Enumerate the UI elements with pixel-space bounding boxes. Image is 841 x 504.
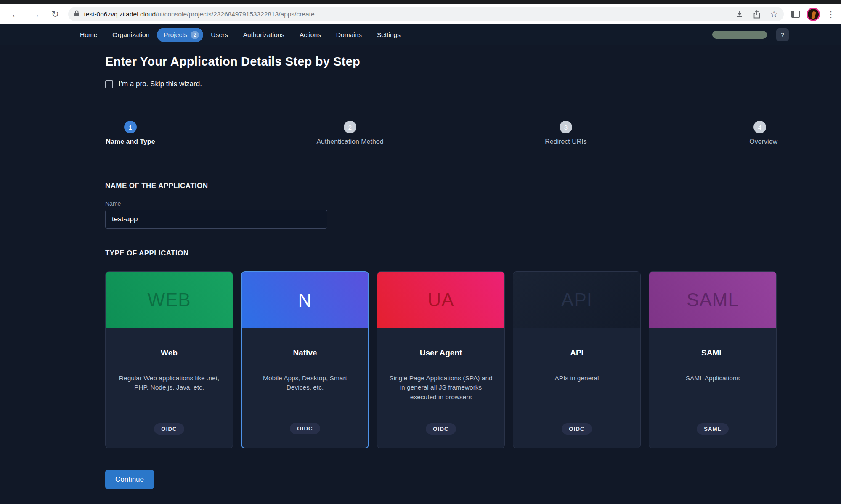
step-2-label: Authentication Method — [316, 138, 383, 146]
app-name-input[interactable] — [105, 210, 327, 229]
step-connector — [360, 127, 556, 127]
reload-icon[interactable]: ↻ — [51, 10, 59, 19]
skip-wizard-row: I'm a pro. Skip this wizard. — [105, 79, 841, 89]
name-field-label: Name — [105, 200, 841, 207]
nav-users[interactable]: Users — [203, 28, 235, 42]
step-1-circle[interactable]: 1 — [124, 121, 137, 133]
nav-projects[interactable]: Projects 2 — [157, 28, 203, 42]
org-switcher-pill[interactable] — [712, 31, 767, 39]
type-section-heading: TYPE OF APPLICATION — [105, 249, 841, 257]
bookmark-star-icon[interactable]: ☆ — [770, 10, 778, 19]
nav-authorizations[interactable]: Authorizations — [236, 28, 292, 42]
card-api[interactable]: API API APIs in general OIDC — [513, 271, 641, 448]
card-api-desc: APIs in general — [544, 374, 609, 383]
card-api-banner: API — [513, 272, 640, 328]
url-text: test-0o6zvq.zitadel.cloud/ui/console/pro… — [84, 11, 730, 18]
card-saml-title: SAML — [701, 348, 724, 358]
card-saml-banner: SAML — [649, 272, 776, 328]
card-native-protocol-badge: OIDC — [290, 423, 320, 434]
card-user-agent[interactable]: UA User Agent Single Page Applications (… — [377, 271, 505, 448]
help-button[interactable]: ? — [776, 28, 789, 41]
step-4-circle[interactable]: 4 — [753, 121, 766, 133]
share-icon[interactable] — [753, 10, 761, 19]
card-user-agent-protocol-badge: OIDC — [426, 423, 456, 435]
card-web-desc: Regular Web applications like .net, PHP,… — [106, 374, 233, 393]
projects-count-badge: 2 — [191, 31, 199, 39]
browser-toolbar: ← → ↻ test-0o6zvq.zitadel.cloud/ui/conso… — [0, 4, 841, 24]
card-saml[interactable]: SAML SAML SAML Applications SAML — [649, 271, 777, 448]
card-web-title: Web — [161, 348, 178, 358]
card-api-title: API — [570, 348, 584, 358]
card-user-agent-title: User Agent — [420, 348, 462, 358]
nav-organization[interactable]: Organization — [105, 28, 157, 42]
nav-settings[interactable]: Settings — [369, 28, 408, 42]
zitadel-nav: Home Organization Projects 2 Users Autho… — [0, 24, 841, 45]
step-3-circle[interactable]: 3 — [560, 121, 572, 133]
browser-window: ← → ↻ test-0o6zvq.zitadel.cloud/ui/conso… — [0, 0, 841, 504]
continue-button[interactable]: Continue — [105, 470, 154, 489]
back-icon[interactable]: ← — [11, 10, 20, 19]
wizard-page: Enter Your Application Details Step by S… — [0, 45, 841, 504]
menu-dots-icon[interactable]: ⋮ — [827, 9, 835, 19]
skip-wizard-label: I'm a pro. Skip this wizard. — [119, 80, 202, 88]
card-web-protocol-badge: OIDC — [154, 423, 184, 435]
card-api-protocol-badge: OIDC — [562, 423, 592, 435]
card-web-banner: WEB — [106, 272, 233, 328]
forward-icon[interactable]: → — [31, 10, 40, 19]
nav-projects-label: Projects — [164, 31, 187, 39]
name-section-heading: NAME OF THE APPLICATION — [105, 182, 841, 190]
avatar[interactable] — [807, 8, 820, 21]
url-bar[interactable]: test-0o6zvq.zitadel.cloud/ui/console/pro… — [68, 7, 784, 21]
browser-tabstrip — [0, 0, 841, 4]
download-icon[interactable] — [735, 10, 744, 19]
app-type-cards: WEB Web Regular Web applications like .n… — [105, 271, 777, 448]
card-user-agent-banner: UA — [377, 272, 504, 328]
card-web[interactable]: WEB Web Regular Web applications like .n… — [105, 271, 233, 448]
card-saml-desc: SAML Applications — [676, 374, 750, 383]
card-native-banner: N — [242, 272, 368, 328]
step-2-circle[interactable]: 2 — [344, 121, 356, 133]
card-saml-protocol-badge: SAML — [697, 423, 729, 435]
step-4-label: Overview — [749, 138, 777, 146]
step-connector — [576, 127, 750, 127]
side-panel-icon[interactable] — [791, 11, 800, 18]
step-1-label: Name and Type — [106, 138, 155, 146]
skip-wizard-checkbox[interactable] — [105, 80, 113, 88]
card-native-title: Native — [293, 348, 317, 358]
card-native[interactable]: N Native Mobile Apps, Desktop, Smart Dev… — [241, 271, 369, 448]
nav-actions[interactable]: Actions — [292, 28, 329, 42]
url-host: test-0o6zvq.zitadel.cloud — [84, 11, 156, 18]
step-3-label: Redirect URIs — [545, 138, 587, 146]
card-user-agent-desc: Single Page Applications (SPA) and in ge… — [377, 374, 504, 402]
lock-icon — [74, 10, 80, 19]
nav-home[interactable]: Home — [72, 28, 105, 42]
card-native-desc: Mobile Apps, Desktop, Smart Devices, etc… — [242, 374, 368, 393]
nav-domains[interactable]: Domains — [329, 28, 369, 42]
stepper: 1 2 3 4 Name and Type Authentication Met… — [105, 114, 777, 162]
step-connector — [140, 127, 340, 127]
url-path: /ui/console/projects/232684979153322813/… — [156, 11, 314, 18]
page-title: Enter Your Application Details Step by S… — [105, 54, 841, 69]
